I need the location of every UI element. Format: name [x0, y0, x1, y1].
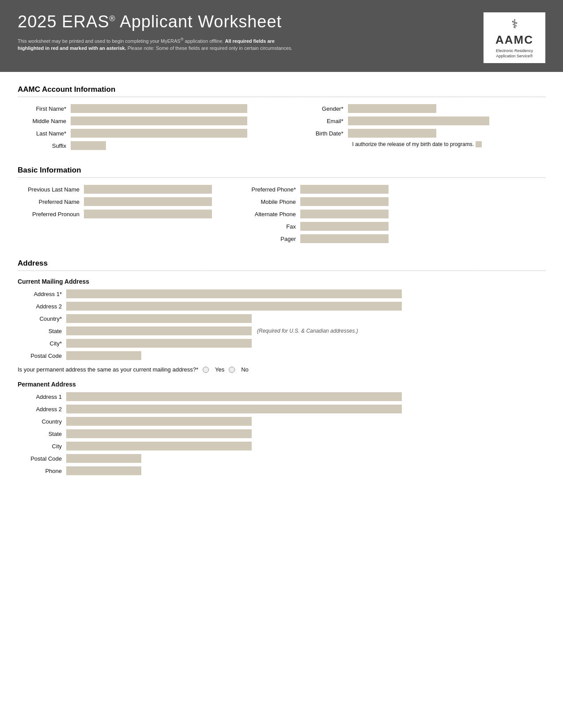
basic-divider: [18, 177, 545, 178]
preferred-pronoun-label: Preferred Pronoun: [18, 211, 84, 218]
aamc-divider: [18, 97, 545, 97]
state-input[interactable]: [66, 326, 252, 335]
basic-section-title: Basic Information: [18, 166, 545, 175]
basic-info-section: Basic Information Previous Last Name Pre…: [18, 166, 545, 247]
perm-question-text: Is your permanent address the same as yo…: [18, 366, 198, 373]
basic-form-columns: Previous Last Name Preferred Name Prefer…: [18, 185, 545, 247]
gender-label: Gender*: [291, 105, 348, 112]
preferred-name-row: Preferred Name: [18, 197, 230, 206]
city-label: City*: [18, 340, 66, 347]
aamc-form-columns: First Name* Middle Name Last Name* Suffi…: [18, 104, 545, 154]
preferred-phone-input[interactable]: [300, 185, 389, 194]
perm-city-input[interactable]: [66, 442, 252, 450]
perm-country-row: Country: [18, 417, 545, 426]
pager-label: Pager: [238, 236, 300, 242]
city-row: City*: [18, 339, 545, 348]
gender-row: Gender*: [291, 104, 546, 113]
perm-state-row: State: [18, 429, 545, 438]
perm-state-input[interactable]: [66, 429, 252, 438]
authorize-text: I authorize the release of my birth date…: [352, 141, 474, 147]
no-label: No: [241, 366, 249, 373]
prev-last-name-input[interactable]: [84, 185, 212, 194]
postal-code-row: Postal Code: [18, 351, 545, 360]
middle-name-input[interactable]: [71, 116, 247, 125]
alternate-phone-row: Alternate Phone: [238, 210, 545, 218]
header-left: 2025 ERAS® Applicant Worksheet This work…: [18, 12, 300, 52]
perm-postal-label: Postal Code: [18, 455, 66, 462]
birth-date-label: Birth Date*: [291, 130, 348, 137]
email-row: Email*: [291, 116, 546, 125]
perm-country-label: Country: [18, 418, 66, 425]
preferred-name-input[interactable]: [84, 197, 212, 206]
address-divider: [18, 270, 545, 271]
basic-left-col: Previous Last Name Preferred Name Prefer…: [18, 185, 230, 247]
alternate-phone-input[interactable]: [300, 210, 389, 218]
permanent-address-title: Permanent Address: [18, 381, 545, 388]
address1-row: Address 1*: [18, 289, 545, 298]
page-title: 2025 ERAS® Applicant Worksheet: [18, 12, 300, 31]
birth-date-row: Birth Date*: [291, 129, 546, 138]
suffix-row: Suffix: [18, 141, 273, 150]
address1-input[interactable]: [66, 289, 402, 298]
suffix-input[interactable]: [71, 141, 106, 150]
birth-date-input[interactable]: [348, 129, 436, 138]
aamc-logo: ⚕ AAMC Electronic Residency Application …: [484, 12, 545, 63]
no-radio[interactable]: [229, 367, 235, 373]
aamc-account-section: AAMC Account Information First Name* Mid…: [18, 85, 545, 154]
aamc-right-col: Gender* Email* Birth Date* I authorize t…: [291, 104, 546, 154]
perm-city-row: City: [18, 442, 545, 450]
address2-row: Address 2: [18, 302, 545, 311]
current-address-title: Current Mailing Address: [18, 278, 545, 285]
basic-right-col: Preferred Phone* Mobile Phone Alternate …: [238, 185, 545, 247]
mobile-phone-input[interactable]: [300, 197, 389, 206]
caduceus-icon: ⚕: [490, 17, 539, 31]
city-input[interactable]: [66, 339, 252, 348]
perm-address1-label: Address 1: [18, 394, 66, 400]
main-content: AAMC Account Information First Name* Mid…: [0, 72, 563, 501]
address1-label: Address 1*: [18, 291, 66, 297]
preferred-pronoun-input[interactable]: [84, 210, 212, 218]
yes-radio[interactable]: [203, 367, 209, 373]
fax-input[interactable]: [300, 222, 389, 231]
title-text: 2025 ERAS: [18, 12, 110, 31]
fax-label: Fax: [238, 223, 300, 230]
address-section: Address Current Mailing Address Address …: [18, 259, 545, 475]
perm-state-label: State: [18, 431, 66, 437]
state-label: State: [18, 328, 66, 334]
last-name-input[interactable]: [71, 129, 247, 138]
state-note: (Required for U.S. & Canadian addresses.…: [257, 328, 358, 334]
perm-address1-input[interactable]: [66, 392, 402, 401]
email-input[interactable]: [348, 116, 489, 125]
aamc-name: AAMC: [490, 33, 539, 47]
suffix-label: Suffix: [18, 143, 71, 149]
perm-phone-label: Phone: [18, 468, 66, 474]
aamc-left-col: First Name* Middle Name Last Name* Suffi…: [18, 104, 273, 154]
perm-question-row: Is your permanent address the same as yo…: [18, 366, 545, 373]
perm-address2-row: Address 2: [18, 405, 545, 413]
perm-address1-row: Address 1: [18, 392, 545, 401]
perm-phone-input[interactable]: [66, 466, 141, 475]
perm-country-input[interactable]: [66, 417, 252, 426]
address-section-title: Address: [18, 259, 545, 268]
preferred-pronoun-row: Preferred Pronoun: [18, 210, 230, 218]
perm-address2-input[interactable]: [66, 405, 402, 413]
country-row: Country*: [18, 314, 545, 323]
first-name-input[interactable]: [71, 104, 247, 113]
gender-input[interactable]: [348, 104, 436, 113]
middle-name-label: Middle Name: [18, 118, 71, 124]
postal-code-input[interactable]: [66, 351, 141, 360]
preferred-phone-row: Preferred Phone*: [238, 185, 545, 194]
address2-input[interactable]: [66, 302, 402, 311]
authorize-checkbox[interactable]: [476, 141, 482, 147]
pager-row: Pager: [238, 234, 545, 243]
prev-last-name-label: Previous Last Name: [18, 186, 84, 193]
authorize-row: I authorize the release of my birth date…: [291, 141, 546, 147]
perm-postal-row: Postal Code: [18, 454, 545, 463]
perm-postal-input[interactable]: [66, 454, 141, 463]
country-input[interactable]: [66, 314, 252, 323]
preferred-name-label: Preferred Name: [18, 199, 84, 205]
pager-input[interactable]: [300, 234, 389, 243]
state-row: State (Required for U.S. & Canadian addr…: [18, 326, 545, 335]
email-label: Email*: [291, 118, 348, 124]
page-header: 2025 ERAS® Applicant Worksheet This work…: [0, 0, 563, 72]
